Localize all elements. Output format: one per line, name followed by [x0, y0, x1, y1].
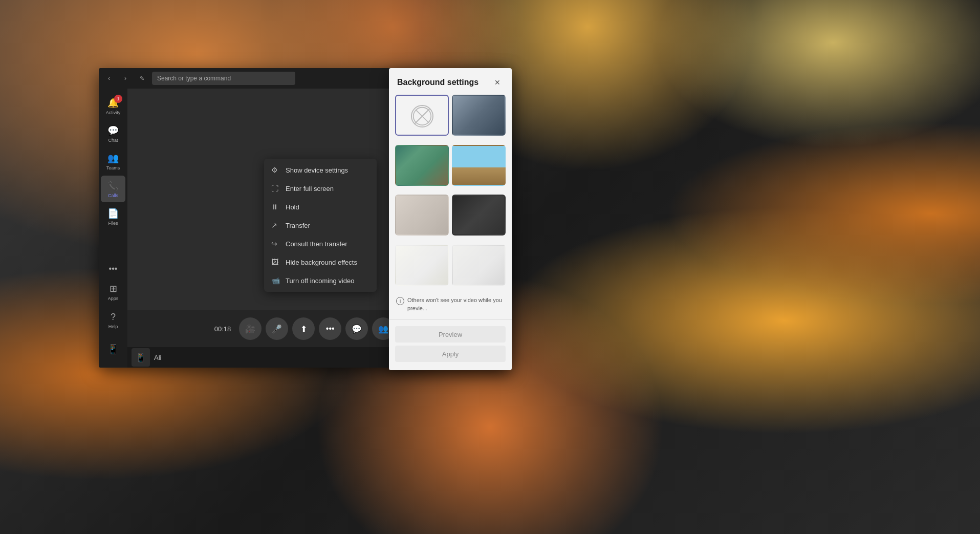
menu-label-enter-full-screen: Enter full screen — [286, 185, 334, 193]
bg-thumb-none[interactable] — [395, 95, 449, 136]
background-settings-panel: Background settings ✕ i Others won' — [389, 68, 512, 370]
menu-label-transfer: Transfer — [286, 222, 310, 229]
sidebar-activity-label: Activity — [106, 110, 121, 115]
menu-item-consult-then-transfer[interactable]: ↪ Consult then transfer — [264, 234, 377, 253]
bg-thumb-office[interactable] — [395, 145, 449, 186]
mobile-icon: 📱 — [107, 344, 119, 355]
menu-item-hold[interactable]: ⏸ Hold — [264, 198, 377, 216]
search-placeholder: Search or type a command — [157, 75, 231, 82]
sidebar-item-help[interactable]: ? Help — [101, 307, 125, 334]
sidebar-item-teams[interactable]: 👥 Teams — [101, 148, 125, 175]
consult-transfer-icon: ↪ — [271, 240, 280, 248]
calls-icon: 📞 — [107, 180, 119, 191]
sidebar-bottom: ••• ⊞ Apps ? Help 📱 — [101, 260, 125, 368]
bg-panel-close-button[interactable]: ✕ — [491, 76, 504, 89]
bg-thumb-minimal1[interactable] — [395, 195, 449, 236]
bg-thumb-white2[interactable] — [452, 245, 506, 286]
bg-panel-header: Background settings ✕ — [389, 68, 512, 95]
menu-label-consult-then-transfer: Consult then transfer — [286, 240, 347, 248]
bg-divider — [389, 319, 512, 320]
search-bar[interactable]: Search or type a command — [152, 72, 295, 85]
menu-label-turn-off-incoming-video: Turn off incoming video — [286, 277, 354, 285]
bg-panel-buttons: Preview Apply — [389, 322, 512, 370]
mobile-device-icon: 📱 — [132, 348, 150, 367]
sidebar-item-calls[interactable]: 📞 Calls — [101, 176, 125, 202]
call-timer: 00:18 — [214, 325, 231, 333]
menu-item-enter-full-screen[interactable]: ⛶ Enter full screen — [264, 179, 377, 198]
caller-name: Ali — [154, 354, 161, 361]
sidebar-item-files[interactable]: 📄 Files — [101, 203, 125, 230]
bg-panel-title: Background settings — [397, 78, 478, 87]
gear-icon: ⚙ — [271, 166, 280, 174]
bg-thumbnail-grid — [389, 95, 512, 291]
more-button[interactable]: ••• — [319, 317, 341, 340]
bg-thumb-city[interactable] — [452, 145, 506, 186]
transfer-icon: ↗ — [271, 221, 280, 229]
sidebar-item-mobile[interactable]: 📱 — [101, 336, 125, 362]
sidebar-teams-label: Teams — [106, 165, 120, 170]
apps-icon: ⊞ — [110, 283, 117, 294]
menu-label-hide-background-effects: Hide background effects — [286, 259, 357, 266]
bg-info-text: Others won't see your video while you pr… — [407, 296, 505, 312]
back-button[interactable]: ‹ — [103, 72, 115, 84]
menu-item-turn-off-incoming-video[interactable]: 📹 Turn off incoming video — [264, 271, 377, 290]
menu-item-hide-background-effects[interactable]: 🖼 Hide background effects — [264, 253, 377, 271]
share-button[interactable]: ⬆ — [292, 317, 315, 340]
sidebar: 🔔 Activity 1 💬 Chat 👥 Teams 📞 Calls 📄 Fi… — [99, 89, 127, 368]
fullscreen-icon: ⛶ — [271, 184, 280, 193]
apply-button[interactable]: Apply — [395, 346, 506, 362]
context-menu: ⚙ Show device settings ⛶ Enter full scre… — [264, 159, 377, 292]
bg-thumb-white1[interactable] — [395, 245, 449, 286]
sidebar-chat-label: Chat — [108, 138, 118, 143]
no-background-icon — [412, 105, 432, 127]
svg-line-1 — [416, 110, 428, 122]
files-icon: 📄 — [107, 208, 119, 219]
sidebar-apps-label: Apps — [108, 296, 119, 301]
forward-button[interactable]: › — [119, 72, 132, 84]
sidebar-calls-label: Calls — [108, 193, 118, 198]
menu-item-show-device-settings[interactable]: ⚙ Show device settings — [264, 161, 377, 179]
menu-label-show-device-settings: Show device settings — [286, 166, 348, 174]
menu-item-transfer[interactable]: ↗ Transfer — [264, 216, 377, 234]
hold-icon: ⏸ — [271, 203, 280, 211]
preview-button[interactable]: Preview — [395, 326, 506, 343]
sidebar-item-apps[interactable]: ⊞ Apps — [101, 279, 125, 305]
bg-thumb-minimal2[interactable] — [452, 195, 506, 236]
chat-button[interactable]: 💬 — [345, 317, 368, 340]
menu-label-hold: Hold — [286, 203, 299, 211]
info-icon: i — [396, 297, 404, 305]
video-button[interactable]: 🎥 — [239, 317, 262, 340]
title-bar-left: ‹ › ✎ Search or type a command — [103, 72, 295, 85]
mute-button[interactable]: 🎤 — [266, 317, 288, 340]
compose-button[interactable]: ✎ — [136, 72, 148, 84]
teams-icon: 👥 — [107, 153, 119, 164]
background-icon: 🖼 — [271, 258, 280, 266]
sidebar-item-activity[interactable]: 🔔 Activity 1 — [101, 93, 125, 119]
sidebar-files-label: Files — [108, 221, 118, 226]
chat-icon: 💬 — [107, 125, 119, 136]
video-off-icon: 📹 — [271, 276, 280, 285]
bg-info: i Others won't see your video while you … — [389, 291, 512, 317]
sidebar-item-chat[interactable]: 💬 Chat — [101, 120, 125, 147]
sidebar-more-button[interactable]: ••• — [105, 260, 122, 277]
help-icon: ? — [111, 312, 116, 323]
sidebar-help-label: Help — [108, 324, 118, 329]
bg-thumb-blur[interactable] — [452, 95, 506, 136]
activity-badge: 1 — [114, 95, 122, 103]
